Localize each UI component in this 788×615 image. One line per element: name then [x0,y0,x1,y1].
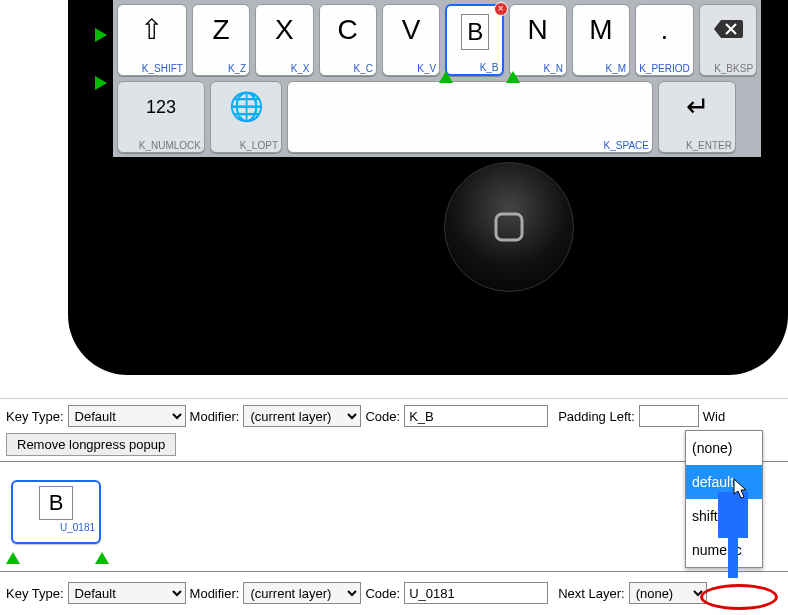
key-code-label: K_SPACE [291,140,649,151]
code-label: Code: [365,586,400,601]
key-glyph: C [323,9,373,63]
add-key-marker-icon[interactable] [95,552,109,564]
key-code-label: K_PERIOD [639,63,690,74]
add-row-marker-icon[interactable] [95,28,107,42]
add-key-marker-icon[interactable] [439,71,453,83]
device-home-button [444,162,574,292]
key-code-label: K_ENTER [662,140,732,151]
key-k_shift[interactable]: ⇧K_SHIFT [117,4,187,76]
key-k_c[interactable]: CK_C [319,4,377,76]
key-code-label: K_C [323,63,373,74]
key-k_x[interactable]: XK_X [255,4,313,76]
longpress-key-glyph: B [39,486,73,520]
key-code-label: K_SHIFT [121,63,183,74]
key-code-label: K_M [576,63,626,74]
modifier-select[interactable]: (current layer) [243,405,361,427]
key-k_space[interactable]: K_SPACE [287,81,653,153]
key-k_enter[interactable]: ↵K_ENTER [658,81,736,153]
key-glyph: 123 [121,86,201,140]
code-input[interactable] [404,405,548,427]
next-layer-dropdown[interactable]: (none)defaultshiftnumeric [685,430,763,568]
key-code-label: K_Z [196,63,246,74]
keytype-select[interactable]: Default [68,582,186,604]
key-glyph: N [513,9,563,63]
key-glyph [291,86,649,140]
key-k_period[interactable]: .K_PERIOD [635,4,694,76]
add-key-marker-icon[interactable] [6,552,20,564]
width-label-truncated: Wid [703,409,725,424]
code-label: Code: [365,409,400,424]
keytype-label: Key Type: [6,586,64,601]
svg-rect-0 [496,214,522,240]
modifier-select[interactable]: (current layer) [243,582,361,604]
key-code-label: K_BKSP [703,63,753,74]
padding-left-label: Padding Left: [558,409,635,424]
key-glyph: 🌐 [214,86,278,140]
remove-longpress-button[interactable]: Remove longpress popup [6,433,176,456]
key-code-label: K_LOPT [214,140,278,151]
longpress-popup-editor: B U_0181 [0,462,788,572]
key-code-label: K_NUMLOCK [121,140,201,151]
longpress-key-properties-bar: Key Type: Default Modifier: (current lay… [0,576,788,610]
key-k_numlock[interactable]: 123K_NUMLOCK [117,81,205,153]
key-code-label: K_B [450,62,498,73]
dropdown-item-shift[interactable]: shift [686,499,762,533]
add-key-marker-icon[interactable] [506,71,520,83]
next-layer-label: Next Layer: [558,586,624,601]
code-input[interactable] [404,582,548,604]
add-row-marker-icon[interactable] [95,76,107,90]
keytype-label: Key Type: [6,409,64,424]
key-glyph [703,9,753,63]
dropdown-item-none[interactable]: (none) [686,431,762,465]
key-k_z[interactable]: ZK_Z [192,4,250,76]
key-code-label: K_V [386,63,436,74]
key-glyph: . [639,9,690,63]
key-glyph: Z [196,9,246,63]
key-k_m[interactable]: MK_M [572,4,630,76]
key-glyph: V [386,9,436,63]
close-icon[interactable]: × [494,2,508,16]
longpress-key[interactable]: B U_0181 [11,480,101,544]
keytype-select[interactable]: Default [68,405,186,427]
key-code-label: K_N [513,63,563,74]
next-layer-select[interactable]: (none) [629,582,707,604]
padding-left-input[interactable] [639,405,699,427]
key-glyph: ↵ [662,86,732,140]
key-properties-bar: Key Type: Default Modifier: (current lay… [0,398,788,462]
modifier-label: Modifier: [190,586,240,601]
dropdown-item-default[interactable]: default [686,465,762,499]
dropdown-item-numeric[interactable]: numeric [686,533,762,567]
key-glyph: X [259,9,309,63]
longpress-key-code: U_0181 [60,522,95,533]
key-k_b[interactable]: K_B×B [445,4,503,76]
key-k_bksp[interactable]: K_BKSP [699,4,757,76]
key-k_v[interactable]: VK_V [382,4,440,76]
key-glyph: M [576,9,626,63]
key-glyph: ⇧ [121,9,183,63]
virtual-keyboard: ⇧K_SHIFTZK_ZXK_XCK_CVK_VK_B×BNK_NMK_M.K_… [113,0,761,157]
key-k_lopt[interactable]: 🌐K_LOPT [210,81,282,153]
modifier-label: Modifier: [190,409,240,424]
key-k_n[interactable]: NK_N [509,4,567,76]
key-code-label: K_X [259,63,309,74]
selected-key-inner: B [461,14,489,50]
